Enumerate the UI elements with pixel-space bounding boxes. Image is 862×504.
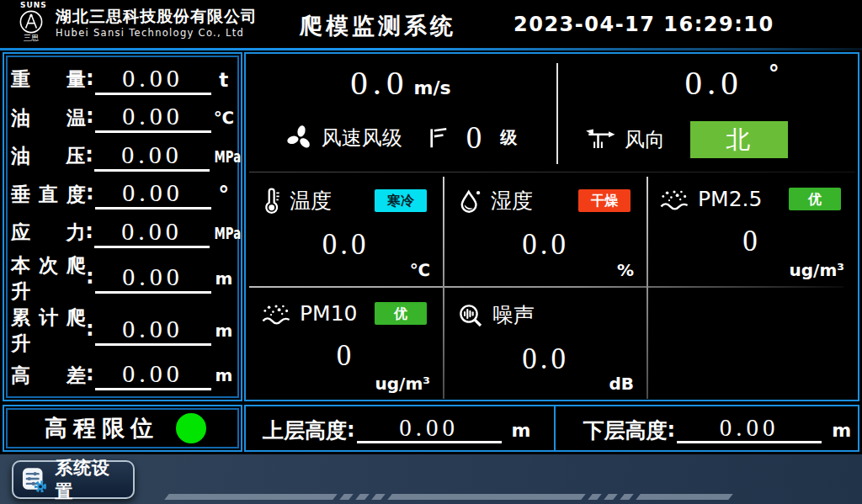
metric-unit: MPa xyxy=(215,224,232,242)
status-badge-pm25: 优 xyxy=(789,188,841,210)
metric-colon: : xyxy=(85,143,93,167)
env-cell-value: 0.0 xyxy=(445,228,646,262)
status-badge-temperature: 寒冷 xyxy=(375,189,427,212)
metric-unit: ° xyxy=(212,187,236,202)
wind-level-unit: 级 xyxy=(500,126,517,149)
lower-height-unit: m xyxy=(832,418,851,443)
metric-label: 垂直度 xyxy=(11,182,86,208)
metric-colon: : xyxy=(86,66,94,90)
metric-row-height-diff: 高 差: 0.00 m xyxy=(11,357,236,395)
metric-value: 0.00 xyxy=(95,263,211,294)
wind-direction-value: 0.0 xyxy=(684,63,742,102)
header-divider xyxy=(0,48,862,50)
metric-row-total-climb: 累计爬升: 0.00 m xyxy=(11,305,236,357)
grid-divider-horizontal-top xyxy=(249,172,855,172)
metric-unit: m xyxy=(212,365,236,385)
metric-label: 油 温 xyxy=(11,105,86,131)
env-cell-unit: dB xyxy=(609,374,634,394)
company-logo: SUNS 三思 xyxy=(10,1,52,42)
lower-height-value: 0.00 xyxy=(677,414,822,443)
datetime-display: 2023-04-17 16:29:10 xyxy=(513,13,774,36)
cell-header: 湿度 干燥 xyxy=(445,173,646,215)
elevation-limit-label: 高程限位 xyxy=(39,413,159,443)
cell-header: 噪声 xyxy=(445,288,646,329)
metric-colon: : xyxy=(85,220,93,243)
env-cell-pm25: PM2.5 优 0 ug/m³ xyxy=(647,173,856,284)
company-name-cn: 湖北三思科技股份有限公司 xyxy=(56,6,258,27)
metric-value: 0.00 xyxy=(95,179,211,210)
wind-level-row: 风速风级 0 级 xyxy=(246,119,556,156)
metrics-panel: 重 量: 0.00 t 油 温: 0.00 ℃ 油 压: 0.00 MPa 垂直… xyxy=(3,52,242,401)
metric-unit: MPa xyxy=(215,147,232,166)
logo-mark-text: 三思 xyxy=(10,34,52,42)
elevation-limit-panel: 高程限位 xyxy=(3,405,242,452)
metric-colon: : xyxy=(86,362,94,385)
cell-header: 温度 寒冷 xyxy=(249,173,442,215)
dust-icon xyxy=(261,302,291,326)
wind-speed-display: 0.0m/s xyxy=(246,62,556,103)
wind-speed-unit: m/s xyxy=(414,77,451,98)
env-cell-unit: ℃ xyxy=(410,260,430,280)
metric-row-oil-pressure: 油 压: 0.00 MPa xyxy=(11,137,236,176)
metric-unit: t xyxy=(212,69,236,91)
decor-segment xyxy=(355,494,369,500)
lower-height-field: 下层高度: 0.00 m xyxy=(583,414,852,443)
metric-colon: : xyxy=(86,317,94,341)
decor-segment xyxy=(371,494,385,500)
lower-height-label: 下层高度 xyxy=(583,418,668,443)
status-badge-humidity: 干燥 xyxy=(578,189,631,212)
metric-value: 0.00 xyxy=(95,65,211,95)
metric-row-oil-temp: 油 温: 0.00 ℃ xyxy=(11,99,236,138)
company-name-block: 湖北三思科技股份有限公司 Hubei Sansi Technology Co.,… xyxy=(56,6,258,39)
height-colon: : xyxy=(668,418,676,442)
cell-header: PM10 优 xyxy=(249,288,442,326)
app-screen: SUNS 三思 湖北三思科技股份有限公司 Hubei Sansi Technol… xyxy=(0,0,862,504)
env-cell-humidity: 湿度 干燥 0.0 % xyxy=(445,173,646,284)
metric-unit: m xyxy=(212,321,236,341)
env-cell-value: 0 xyxy=(647,225,856,258)
env-cell-noise: 噪声 0.0 dB xyxy=(445,288,646,398)
metric-value: 0.00 xyxy=(94,218,210,248)
metric-label: 应 力 xyxy=(11,220,85,246)
wind-direction-display: 0.0° xyxy=(557,62,859,103)
metric-row-weight: 重 量: 0.00 t xyxy=(11,61,236,99)
droplet-icon xyxy=(457,188,482,215)
page-title: 爬模监测系统 xyxy=(300,11,456,41)
metric-value: 0.00 xyxy=(95,316,211,346)
logo-suns-text: SUNS xyxy=(10,1,52,9)
environment-panel: 0.0m/s 风速风级 0 级 0.0° xyxy=(244,52,859,401)
metric-label: 高 差 xyxy=(11,363,86,389)
metric-label: 本次爬升 xyxy=(11,252,86,305)
decor-segment xyxy=(588,494,601,500)
env-cell-label: PM10 xyxy=(300,301,357,326)
height-colon: : xyxy=(347,418,355,442)
env-cell-value: 0 xyxy=(249,339,442,373)
wind-direction-label: 风向 xyxy=(625,126,665,153)
decor-segment xyxy=(620,494,633,500)
decor-segment xyxy=(164,494,337,500)
wind-direction-badge: 北 xyxy=(690,121,788,158)
status-badge-pm10: 优 xyxy=(375,302,427,325)
company-name-en: Hubei Sansi Technology Co., Ltd xyxy=(56,27,258,39)
env-cell-label: PM2.5 xyxy=(698,187,762,211)
upper-height-field: 上层高度: 0.00 m xyxy=(263,414,531,443)
system-settings-button[interactable]: 系统设置 xyxy=(12,460,135,499)
sliders-gear-icon xyxy=(21,466,47,494)
thermometer-icon xyxy=(261,188,281,215)
wind-flag-icon xyxy=(424,125,450,151)
metric-colon: : xyxy=(86,265,94,289)
wind-vane-icon xyxy=(584,127,616,152)
env-cell-temperature: 温度 寒冷 0.0 ℃ xyxy=(249,173,442,284)
upper-height-unit: m xyxy=(512,418,531,443)
footer-bar: 系统设置 xyxy=(0,454,862,504)
elevation-status-dot xyxy=(176,413,206,443)
grid-divider-vertical-1 xyxy=(443,177,444,399)
metric-value: 0.00 xyxy=(95,103,211,133)
metric-label: 重 量 xyxy=(11,66,86,93)
decor-segment xyxy=(604,494,617,500)
fan-icon xyxy=(285,123,315,153)
cell-header: PM2.5 优 xyxy=(647,173,856,211)
decor-segment xyxy=(636,494,732,500)
footer-decor-strip xyxy=(167,494,731,500)
metric-unit: ℃ xyxy=(212,108,236,128)
